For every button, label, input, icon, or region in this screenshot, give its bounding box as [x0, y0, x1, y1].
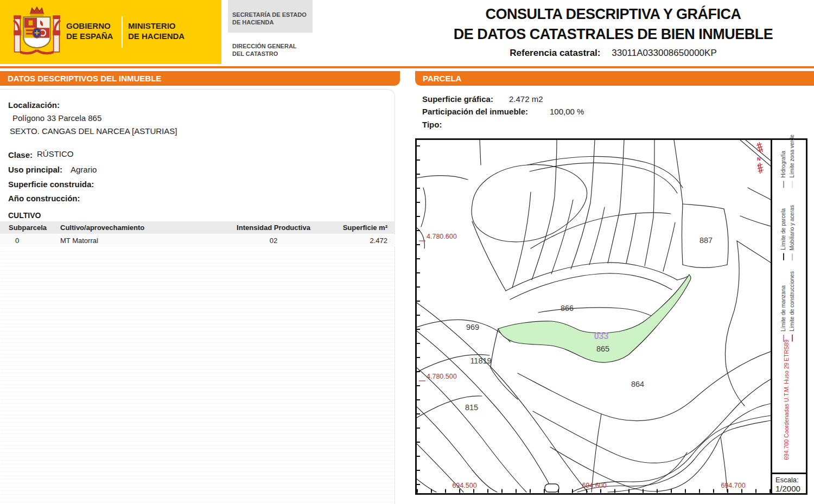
col-intensidad: Intensidad Productiva [222, 224, 325, 232]
referencia-label: Referencia catastral: [510, 48, 600, 58]
coord-label-4780500: 4.780.500 [427, 373, 457, 380]
parcel-label-887: 887 [699, 236, 713, 245]
legend-zona-verde: Límite zona verde [788, 135, 796, 188]
road-marker-letter: N [757, 156, 761, 162]
parcel-label-815: 815 [465, 403, 478, 412]
parcel-label-864: 864 [631, 380, 644, 388]
uso-label: Uso principal: [8, 165, 62, 174]
subparcel-label-033: 033 [594, 331, 609, 341]
empty-rows-stripes [1, 248, 394, 503]
parcel-boundaries [417, 140, 771, 492]
legend-mobiliario: Mobiliario y aceras [788, 205, 796, 260]
superficie-construida-label: Superficie construida: [8, 180, 94, 189]
superficie-grafica-label: Superficie gráfica: [422, 94, 493, 104]
coord-label-694700: 694.700 [721, 482, 745, 489]
limite-construcciones-swatch-icon [792, 335, 793, 342]
anio-construccion-label: Año construcción: [8, 194, 80, 203]
zona-verde-swatch-icon [792, 181, 793, 188]
left-section-header: DATOS DESCRIPTIVOS DEL INMUEBLE [0, 71, 400, 86]
escala-label: Escala: [775, 476, 806, 484]
datos-descriptivos-panel: Localización: Polígono 33 Parcela 865 SE… [0, 89, 395, 504]
secretaria-box: SECRETARÍA DE ESTADO DE HACIENDA [228, 0, 313, 33]
mobiliario-swatch-icon [792, 253, 793, 260]
direccion-box: DIRECCIÓN GENERAL DEL CATASTRO [228, 33, 313, 64]
cultivo-table-row: 0 MT Matorral 02 2.472 [0, 234, 395, 247]
coord-label-4780600: 4.780.600 [427, 233, 457, 240]
parcel-label-969: 969 [466, 323, 479, 331]
col-subparcela: Subparcela [9, 224, 60, 232]
parcel-map: N 887 866 969 033 865 11819 864 815 4.78… [417, 140, 771, 493]
parcel-map-box: N 887 866 969 033 865 11819 864 815 4.78… [415, 138, 807, 495]
coord-label-694600: 694.600 [582, 482, 606, 489]
tipo-label: Tipo: [422, 120, 442, 129]
legend-group-2: Límite de parcela Mobiliario y aceras [780, 200, 796, 260]
clase-label: Clase: [8, 150, 33, 160]
legend-hidrografia: Hidrografía [780, 151, 787, 188]
logo-divider [122, 16, 123, 48]
parcel-map-svg: N 887 866 969 033 865 11819 864 815 4.78… [417, 140, 771, 493]
limite-parcela-swatch-icon [783, 253, 784, 260]
legend-group-3: Límite de manzana Límite de construccion… [780, 271, 796, 342]
ministerio-text: MINISTERIO DE HACIENDA [128, 21, 185, 41]
parcel-label-866: 866 [561, 304, 574, 312]
cell-superficie: 2.472 [325, 237, 387, 245]
cell-subparcela: 0 [9, 237, 60, 245]
small-structure [545, 484, 559, 492]
legend-group-1: Hidrografía Límite zona verde [780, 146, 796, 188]
gobierno-line2: DE ESPAÑA [66, 31, 113, 41]
parcel-label-11819: 11819 [470, 356, 491, 365]
legend-limite-parcela: Límite de parcela [780, 208, 787, 260]
referencia-catastral: Referencia catastral: 33011A033008650000… [412, 48, 814, 59]
coord-label-694500: 694.500 [452, 482, 476, 489]
map-legend: Hidrografía Límite zona verde Límite de … [771, 140, 806, 493]
direccion-text: DIRECCIÓN GENERAL DEL CATASTRO [232, 42, 297, 58]
referencia-value: 33011A033008650000KP [612, 48, 716, 58]
cell-cultivo: MT Matorral [60, 237, 222, 245]
ministerio-line1: MINISTERIO [128, 21, 185, 31]
spain-coat-of-arms-icon [12, 4, 62, 60]
government-logo-block: GOBIERNO DE ESPAÑA MINISTERIO DE HACIEND… [0, 0, 221, 64]
cultivo-title: CULTIVO [8, 211, 41, 220]
participacion-label: Participación del inmueble: [422, 107, 528, 116]
clase-value: RÚSTICO [37, 149, 74, 158]
utm-note: 694.700 Coordenadas U.T.M. Huso 29 ETRS8… [783, 344, 790, 460]
superficie-grafica-value: 2.472 m2 [509, 94, 543, 104]
participacion-value: 100,00 % [550, 107, 584, 116]
cadastral-document: GOBIERNO DE ESPAÑA MINISTERIO DE HACIEND… [0, 0, 814, 504]
col-cultivo: Cultivo/aprovechamiento [60, 224, 222, 232]
legend-limite-manzana: Límite de manzana [780, 285, 787, 342]
localizacion-line2: SEXTO. CANGAS DEL NARCEA [ASTURIAS] [10, 126, 177, 136]
right-section-header: PARCELA [415, 71, 814, 86]
gobierno-text: GOBIERNO DE ESPAÑA [66, 21, 113, 41]
cultivo-table-header: Subparcela Cultivo/aprovechamiento Inten… [0, 221, 395, 234]
escala-value: 1/2000 [775, 484, 806, 493]
col-superficie: Superficie m² [325, 224, 387, 232]
document-title: CONSULTA DESCRIPTIVA Y GRÁFICA DE DATOS … [412, 4, 814, 44]
legend-limite-construcciones: Límite de construcciones [788, 271, 796, 342]
escala-box: Escala: 1/2000 [772, 473, 806, 493]
uso-value: Agrario [71, 165, 97, 174]
localizacion-label: Localización: [8, 100, 60, 110]
title-line2: DE DATOS CATASTRALES DE BIEN INMUEBLE [412, 24, 814, 44]
cell-intensidad: 02 [222, 237, 325, 245]
title-line1: CONSULTA DESCRIPTIVA Y GRÁFICA [412, 4, 814, 24]
hidrografia-swatch-icon [783, 181, 784, 188]
parcel-label-865: 865 [596, 344, 609, 353]
secretaria-text: SECRETARÍA DE ESTADO DE HACIENDA [232, 11, 307, 26]
highlighted-parcel-865 [498, 275, 691, 362]
localizacion-line1: Polígono 33 Parcela 865 [12, 113, 101, 123]
gobierno-line1: GOBIERNO [66, 21, 113, 31]
ministerio-line2: DE HACIENDA [128, 31, 185, 41]
orange-divider-rule [0, 66, 814, 68]
